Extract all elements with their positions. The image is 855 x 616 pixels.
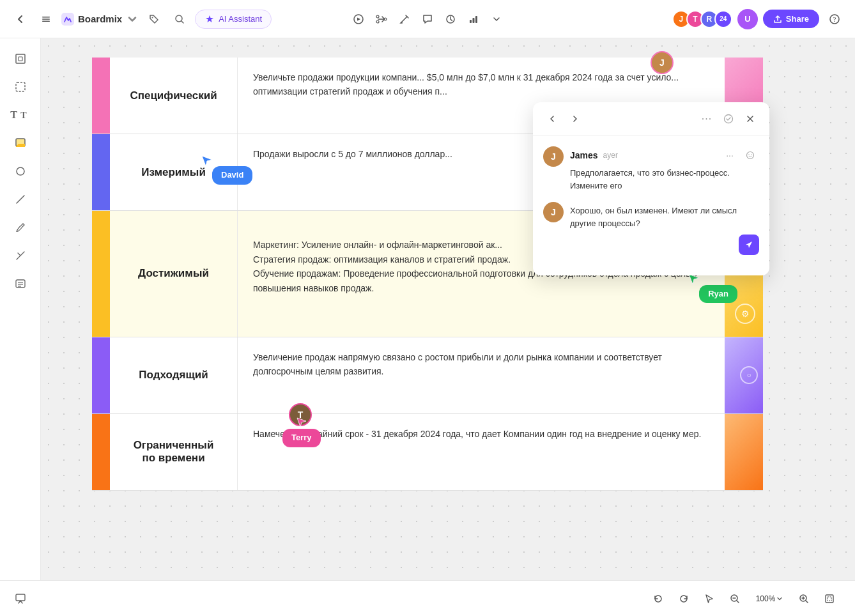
comment-content-1: James ayer ··· bbox=[570, 146, 759, 192]
history-button[interactable] bbox=[440, 9, 461, 29]
pointer-mode-button[interactable] bbox=[699, 589, 720, 609]
smart-row-relevant: Подходящий Увеличение продаж напрямую св… bbox=[92, 337, 763, 414]
comment-message-1: J James ayer ··· bbox=[543, 146, 759, 192]
sticky-tool-button[interactable] bbox=[8, 130, 33, 156]
back-button[interactable] bbox=[10, 9, 31, 29]
comment-body: J James ayer ··· bbox=[533, 136, 769, 275]
content-timely[interactable]: Намеченный крайний срок - 31 декабря 202… bbox=[238, 414, 725, 490]
comment-panel: ··· J bbox=[533, 102, 769, 275]
topbar: Boardmix AI Assistant bbox=[0, 0, 855, 38]
svg-rect-13 bbox=[475, 16, 477, 23]
connector-tool-button[interactable] bbox=[8, 243, 33, 268]
comment-more-button[interactable]: ··· bbox=[698, 110, 716, 128]
share-button[interactable]: Share bbox=[763, 10, 819, 28]
send-btn-wrapper bbox=[570, 235, 759, 255]
svg-rect-2 bbox=[42, 20, 50, 22]
more-center-button[interactable] bbox=[486, 9, 507, 29]
svg-rect-16 bbox=[16, 54, 25, 63]
comment-panel-actions: ··· bbox=[698, 110, 759, 128]
color-bar-timely bbox=[92, 414, 110, 490]
shape-tool-button[interactable] bbox=[8, 158, 33, 184]
text-tool-button[interactable]: T T bbox=[8, 102, 33, 128]
chat-button[interactable] bbox=[417, 9, 438, 29]
color-bar-achievable bbox=[92, 211, 110, 337]
comment-text-1: Предполагается, что это бизнес-процесс. … bbox=[570, 167, 759, 192]
svg-point-4 bbox=[152, 17, 153, 18]
comment-message-2: J Хорошо, он был изменен. Имеют ли смысл… bbox=[543, 202, 759, 255]
chart-button[interactable] bbox=[463, 9, 484, 29]
label-specific: Специфический bbox=[110, 58, 238, 134]
redo-button[interactable] bbox=[674, 589, 694, 609]
comment-emoji-1[interactable] bbox=[741, 146, 759, 164]
comment-send-button[interactable] bbox=[739, 235, 759, 255]
comment-nav bbox=[543, 110, 584, 128]
canvas[interactable]: Специфический Увеличьте продажи продукци… bbox=[41, 38, 855, 580]
draw-button[interactable] bbox=[394, 9, 415, 29]
help-button[interactable]: ? bbox=[824, 9, 845, 29]
svg-point-29 bbox=[725, 115, 733, 123]
undo-button[interactable] bbox=[648, 589, 668, 609]
svg-rect-36 bbox=[826, 595, 833, 603]
label-relevant: Подходящий bbox=[110, 337, 238, 413]
icon-circle-relevant: ○ bbox=[740, 366, 758, 384]
user-cursor-james: J bbox=[651, 51, 674, 74]
left-sidebar: T T bbox=[0, 38, 41, 616]
svg-point-32 bbox=[751, 154, 751, 155]
svg-point-30 bbox=[747, 152, 754, 159]
icon-gear: ⚙ bbox=[735, 304, 755, 324]
svg-point-21 bbox=[17, 167, 24, 175]
presentation-button[interactable] bbox=[10, 589, 31, 609]
right-accent-relevant: ○ bbox=[725, 337, 763, 413]
cursor-label-david: David bbox=[212, 166, 252, 185]
ai-assistant-button[interactable]: AI Assistant bbox=[195, 10, 272, 29]
svg-text:T: T bbox=[20, 111, 27, 120]
bottom-left-toolbar bbox=[0, 580, 41, 616]
play-button[interactable] bbox=[348, 9, 369, 29]
search-button[interactable] bbox=[169, 9, 190, 29]
comment-message-actions-1: ··· bbox=[721, 146, 759, 164]
comment-prev-button[interactable] bbox=[543, 110, 561, 128]
brand-logo[interactable]: Boardmix bbox=[61, 13, 139, 26]
fit-view-button[interactable] bbox=[819, 589, 840, 609]
svg-point-8 bbox=[376, 20, 379, 23]
comment-avatar-james-1: J bbox=[543, 146, 564, 167]
zoom-in-button[interactable] bbox=[794, 589, 814, 609]
color-bar-specific bbox=[92, 58, 110, 134]
svg-rect-0 bbox=[42, 17, 50, 18]
svg-rect-17 bbox=[19, 57, 22, 61]
connect-button[interactable] bbox=[371, 9, 392, 29]
zoom-level-button[interactable]: 100% bbox=[750, 589, 789, 609]
comment-panel-header: ··· bbox=[533, 102, 769, 136]
svg-rect-18 bbox=[16, 82, 25, 91]
label-timely: Ограниченный по времени bbox=[110, 414, 238, 490]
comment-resolve-button[interactable] bbox=[720, 110, 737, 128]
comment-next-button[interactable] bbox=[566, 110, 584, 128]
comment-meta-1: James ayer ··· bbox=[570, 146, 759, 164]
content-relevant[interactable]: Увеличение продаж напрямую связано с рос… bbox=[238, 337, 725, 413]
svg-rect-1 bbox=[42, 19, 50, 20]
tag-button[interactable] bbox=[144, 9, 164, 29]
comment-msg-more-1[interactable]: ··· bbox=[721, 146, 739, 164]
comment-close-button[interactable] bbox=[741, 110, 759, 128]
svg-point-9 bbox=[384, 18, 387, 20]
svg-rect-11 bbox=[470, 20, 472, 23]
comment-avatar-james-2: J bbox=[543, 202, 564, 222]
zoom-out-button[interactable] bbox=[725, 589, 745, 609]
topbar-left: Boardmix AI Assistant bbox=[10, 9, 343, 29]
bottom-toolbar: 100% bbox=[0, 580, 855, 616]
cursor-david-arrow: David bbox=[199, 153, 240, 191]
menu-button[interactable] bbox=[36, 9, 56, 29]
current-user-avatar[interactable]: U bbox=[737, 9, 758, 29]
topbar-center bbox=[348, 9, 507, 29]
smart-row-timely: Ограниченный по времени Намеченный крайн… bbox=[92, 414, 763, 491]
list-tool-button[interactable] bbox=[8, 271, 33, 296]
svg-text:?: ? bbox=[833, 15, 836, 23]
label-achievable: Достижимый bbox=[110, 211, 238, 337]
avatar-count: 24 bbox=[714, 10, 732, 28]
right-accent-timely bbox=[725, 414, 763, 490]
frame-tool-button[interactable] bbox=[8, 46, 33, 72]
pen-tool-button[interactable] bbox=[8, 215, 33, 240]
svg-point-31 bbox=[748, 154, 749, 155]
select-tool-button[interactable] bbox=[8, 74, 33, 100]
line-tool-button[interactable] bbox=[8, 187, 33, 212]
